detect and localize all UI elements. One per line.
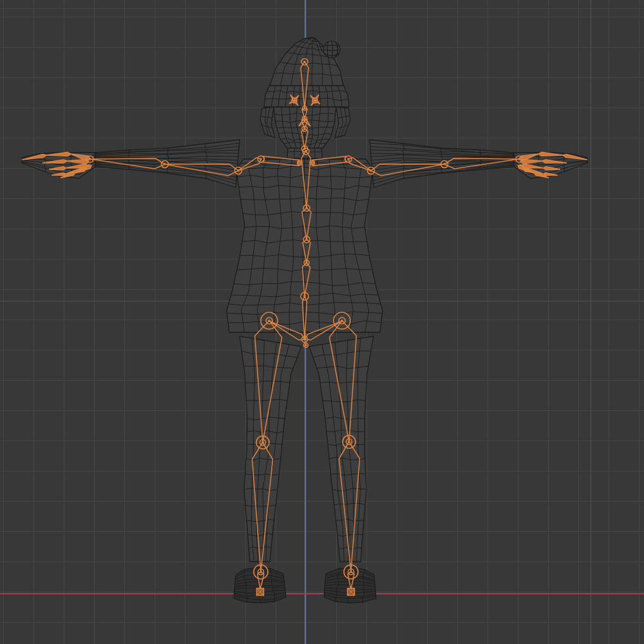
joint-dot — [260, 158, 262, 160]
joint-dot — [305, 238, 308, 241]
joint-dot — [237, 169, 240, 172]
joint-dot — [305, 150, 307, 153]
mesh-region-left-arm[interactable] — [95, 140, 240, 187]
scene-svg[interactable] — [0, 0, 644, 644]
joint-dot — [443, 163, 446, 166]
mesh-circle-hat-pompom[interactable] — [323, 41, 340, 58]
joint-dot — [268, 319, 270, 322]
joint-crotch-b[interactable] — [304, 343, 308, 348]
mesh-outline — [240, 336, 301, 562]
joint-dot — [518, 158, 520, 160]
joint-dot — [305, 344, 307, 346]
joint-toe-r[interactable] — [348, 589, 355, 596]
mesh-region-right-leg[interactable] — [309, 336, 374, 562]
joint-dot — [314, 99, 316, 102]
joint-dot — [261, 441, 264, 444]
joint-dot — [341, 319, 343, 322]
joint-dot — [303, 295, 306, 298]
joint-dot — [303, 61, 306, 63]
joint-dot — [348, 440, 350, 443]
mesh-region-hair-left[interactable] — [260, 107, 275, 138]
joint-dot — [303, 107, 306, 109]
mesh-region-hair-right[interactable] — [335, 107, 350, 138]
joint-dot — [347, 158, 350, 160]
joint-dot — [350, 571, 352, 573]
joint-dot — [303, 117, 306, 120]
joint-dot — [303, 338, 306, 341]
joint-dot — [305, 207, 308, 209]
joint-dot — [260, 571, 262, 573]
mesh-outline — [370, 140, 514, 187]
joint-dot — [299, 162, 301, 164]
joint-toe-l[interactable] — [257, 589, 264, 596]
joint-dot — [370, 169, 372, 172]
mesh-region-left-leg[interactable] — [240, 336, 301, 562]
joint-dot — [164, 163, 166, 166]
joint-dot — [310, 162, 313, 164]
joint-dot — [89, 158, 91, 160]
joint-dot — [305, 261, 308, 264]
joint-dot — [303, 128, 306, 130]
mesh-region-right-arm[interactable] — [370, 140, 514, 187]
viewport-canvas[interactable] — [0, 0, 644, 644]
joint-dot — [293, 99, 296, 102]
